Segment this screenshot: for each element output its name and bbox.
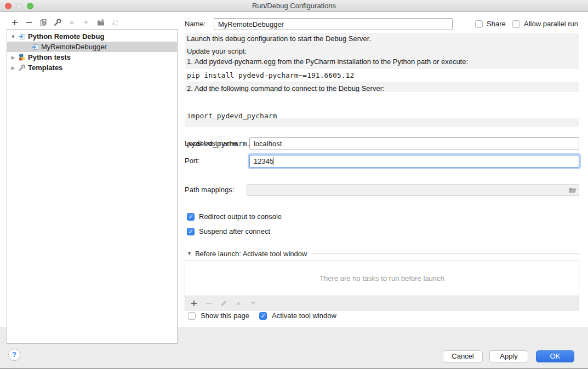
sort-alphabetically-icon[interactable]: a z (111, 18, 119, 27)
settrace-code-block: import pydevd_pycharm pydevd_pycharm.set… (185, 92, 579, 118)
local-host-input[interactable] (249, 137, 579, 149)
minimize-window-button[interactable] (16, 3, 22, 9)
suspend-after-connect-checkbox[interactable] (187, 228, 195, 235)
remove-icon[interactable] (25, 18, 33, 27)
tree-item-templates[interactable]: ▶ Templates (7, 62, 177, 73)
chevron-down-icon[interactable]: ▼ (187, 251, 192, 256)
local-host-label: Local host name: (185, 137, 239, 149)
open-folder-icon[interactable] (568, 186, 577, 194)
chevron-right-icon[interactable]: ▶ (10, 55, 16, 60)
suspend-after-connect-label: Suspend after connect (199, 226, 270, 238)
instruction-step-1: 1. Add pydevd-pycharm.egg from the PyCha… (187, 57, 468, 66)
allow-parallel-run-label: Allow parallel run (524, 18, 578, 30)
zoom-window-button[interactable] (27, 3, 33, 9)
add-icon[interactable] (190, 299, 198, 308)
redirect-output-label: Redirect output to console (199, 211, 282, 223)
svg-text:a: a (116, 19, 118, 23)
share-label: Share (487, 18, 506, 30)
instruction-line-1: Launch this debug configuration to start… (187, 34, 371, 43)
svg-text:z: z (116, 23, 118, 27)
activate-tool-window-label: Activate tool window (272, 310, 336, 322)
add-icon[interactable] (10, 18, 19, 27)
close-window-button[interactable] (5, 3, 12, 9)
remote-debug-icon (18, 33, 26, 41)
move-up-icon[interactable] (67, 18, 76, 27)
configuration-editor: Name: Share Allow parallel run Launch th… (185, 12, 581, 327)
remote-debug-icon (31, 43, 39, 51)
port-input[interactable] (249, 155, 579, 168)
move-down-icon[interactable] (82, 18, 90, 27)
instruction-step-2: 2. Add the following command to connect … (187, 84, 385, 93)
tree-item-label: MyRemoteDebugger (41, 43, 107, 51)
configurations-tree: ▼ Python Remote Debug MyRemoteDebugger ▶ (7, 29, 178, 344)
new-folder-icon[interactable] (96, 18, 105, 27)
allow-parallel-run-checkbox[interactable] (512, 20, 520, 28)
traffic-lights (5, 3, 33, 9)
title-bar: Run/Debug Configurations (0, 0, 588, 12)
chevron-right-icon[interactable]: ▶ (10, 65, 16, 71)
share-checkbox[interactable] (475, 20, 483, 28)
pip-install-code: pip install pydevd-pycharm~=191.6605.12 (185, 69, 579, 82)
tree-item-python-tests[interactable]: ▶ Python tests (7, 52, 177, 62)
tree-item-label: Templates (28, 64, 62, 72)
python-tests-icon (18, 54, 26, 61)
port-label: Port: (185, 155, 199, 167)
remove-icon[interactable] (204, 299, 213, 308)
path-mappings-field (247, 184, 579, 196)
name-label: Name: (185, 18, 205, 30)
description-panel: Launch this debug configuration to start… (185, 33, 579, 127)
cancel-button[interactable]: Cancel (443, 350, 483, 362)
name-input[interactable] (214, 18, 453, 30)
apply-button[interactable]: Apply (489, 350, 528, 362)
ok-button[interactable]: OK (536, 350, 574, 362)
before-launch-title: Before launch: Activate tool window (195, 250, 307, 258)
edit-pencil-icon[interactable] (219, 299, 228, 308)
show-this-page-checkbox[interactable] (188, 312, 196, 320)
before-launch-header[interactable]: ▼ Before launch: Activate tool window (187, 249, 579, 258)
tasks-empty-area: There are no tasks to run before launch (185, 261, 579, 296)
edit-defaults-wrench-icon[interactable] (53, 18, 62, 27)
text-cursor (273, 157, 273, 165)
show-this-page-label: Show this page (201, 310, 249, 322)
activate-tool-window-checkbox[interactable] (259, 312, 267, 320)
move-up-icon[interactable] (234, 299, 243, 308)
tree-item-label: Python tests (28, 53, 71, 61)
tasks-empty-text: There are no tasks to run before launch (319, 274, 444, 282)
before-launch-tasks: There are no tasks to run before launch (185, 261, 579, 310)
chevron-down-icon[interactable]: ▼ (10, 34, 16, 39)
window-title: Run/Debug Configurations (0, 0, 588, 11)
instruction-line-2: Update your script: (187, 47, 247, 55)
path-mappings-label: Path mappings: (185, 184, 234, 196)
tasks-toolbar (185, 296, 579, 310)
tree-item-myremotedebugger[interactable]: MyRemoteDebugger (7, 42, 177, 52)
tree-item-python-remote-debug[interactable]: ▼ Python Remote Debug (7, 31, 177, 42)
copy-icon[interactable] (39, 18, 48, 27)
settrace-code-line-1: import pydevd_pycharm (187, 110, 579, 122)
move-down-icon[interactable] (249, 299, 258, 308)
wrench-icon (18, 64, 26, 72)
help-button[interactable]: ? (8, 349, 20, 361)
section-divider (311, 253, 579, 254)
tree-item-label: Python Remote Debug (28, 32, 104, 41)
redirect-output-checkbox[interactable] (187, 213, 195, 221)
